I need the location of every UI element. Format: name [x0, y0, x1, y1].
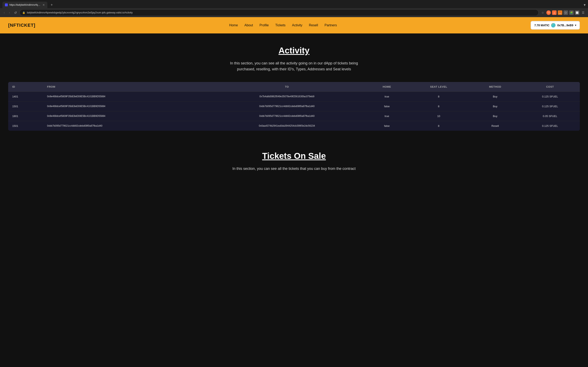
- activity-table: ID FROM TO HOME SEAT LEVEL METHOD COST 1…: [8, 82, 580, 131]
- app-navbar: [NFTICKET] Home About Profile Tickets Ac…: [0, 17, 588, 33]
- extension-icon-2[interactable]: ⬜: [575, 10, 579, 15]
- table-row: 1501 0x9e468dcef5809F35bE8eE69E5Bc4101BB…: [8, 101, 580, 111]
- cell-seat-level: 8: [407, 121, 470, 131]
- tab-bar: https://bafybeifclndlmnvrfqoew... ✕ + ▾: [0, 0, 588, 8]
- browser-chrome: https://bafybeifclndlmnvrfqoew... ✕ + ▾ …: [0, 0, 588, 17]
- nav-profile[interactable]: Profile: [259, 24, 269, 27]
- main-content: Activity In this section, you can see al…: [0, 33, 588, 184]
- cell-seat-level: 8: [407, 92, 470, 101]
- wallet-address: 0x7B...9eB9: [557, 24, 573, 27]
- cell-cost: 0.125 SFUEL: [520, 92, 580, 101]
- cell-to: 0xbb7b095d779621cc4db92cdebd08f0a87fba1d…: [208, 101, 366, 111]
- address-bar[interactable]: 🔒 bafybeifclndlmnvrfqoewlxbgwdp2ybcxvvml…: [20, 9, 539, 16]
- cell-from: 0xbb7b095d779621cc4db92cdebd08f0a87fba1d…: [43, 121, 207, 131]
- col-seat-level: SEAT LEVEL: [407, 82, 470, 92]
- nav-resell[interactable]: Resell: [309, 24, 318, 27]
- cell-id: 1401: [8, 92, 43, 101]
- cell-method: Resell: [470, 121, 520, 131]
- metamask-icon[interactable]: 🦊: [558, 10, 562, 15]
- cell-to: 0xbb7b095d779621cc4db92cdebd08f0a87fba1d…: [208, 111, 366, 121]
- activity-section: Activity In this section, you can see al…: [8, 46, 580, 131]
- tickets-on-sale-section: Tickets On Sale In this section, you can…: [8, 147, 580, 172]
- col-method: METHOD: [470, 82, 520, 92]
- tickets-description: In this section, you can see all the tic…: [223, 166, 365, 172]
- table-row: 1501 0xbb7b095d779621cc4db92cdebd08f0a87…: [8, 121, 580, 131]
- col-to: TO: [208, 82, 366, 92]
- table-row: 1401 0x9e468dcef5809F35bE8eE69E5Bc4101BB…: [8, 92, 580, 101]
- new-tab-button[interactable]: +: [49, 2, 54, 8]
- tab-favicon: [5, 3, 8, 6]
- cell-seat-level: 10: [407, 111, 470, 121]
- tickets-title: Tickets On Sale: [8, 151, 580, 161]
- cell-to: 0x0aa4374b2941ea5da3944254cb399f3e2dc562…: [208, 121, 366, 131]
- activity-title: Activity: [8, 46, 580, 55]
- browser-toolbar: ‹ › ↺ 🔒 bafybeifclndlmnvrfqoewlxbgwdp2yb…: [0, 8, 588, 17]
- app-logo: [NFTICKET]: [8, 23, 35, 28]
- tab-list-button[interactable]: ▾: [584, 3, 586, 7]
- refresh-button[interactable]: ↺: [13, 10, 18, 16]
- cell-from: 0x9e468dcef5809F35bE8eE69E5Bc4101BB9D558…: [43, 92, 207, 101]
- nav-activity[interactable]: Activity: [292, 24, 302, 27]
- cell-from: 0x9e468dcef5809F35bE8eE69E5Bc4101BB9D558…: [43, 111, 207, 121]
- cell-id: 1801: [8, 111, 43, 121]
- wallet-chevron-icon: ▾: [575, 24, 576, 27]
- wallet-avatar: [551, 23, 555, 27]
- table-header: ID FROM TO HOME SEAT LEVEL METHOD COST: [8, 82, 580, 92]
- toolbar-right: ☆ 🛡 △ 🦊 ⬡ 🧩 ⬜ ☰: [540, 10, 586, 15]
- cell-id: 1501: [8, 121, 43, 131]
- cell-id: 1501: [8, 101, 43, 111]
- nav-partners[interactable]: Partners: [324, 24, 337, 27]
- brave-rewards-icon[interactable]: △: [552, 10, 557, 15]
- cell-home: false: [366, 101, 407, 111]
- nav-links: Home About Profile Tickets Activity Rese…: [229, 24, 337, 27]
- cell-method: Buy: [470, 111, 520, 121]
- cell-cost: 0.125 SFUEL: [520, 121, 580, 131]
- cell-to: 0x7b4a8d0862f049e35078e49f2561630fac079e…: [208, 92, 366, 101]
- cell-cost: 0.125 SFUEL: [520, 101, 580, 111]
- puzzle-icon[interactable]: 🧩: [569, 10, 574, 15]
- nav-tickets[interactable]: Tickets: [275, 24, 285, 27]
- cell-seat-level: 8: [407, 101, 470, 111]
- tab-title: https://bafybeifclndlmnvrfqoew...: [9, 3, 41, 6]
- table-row: 1801 0x9e468dcef5809F35bE8eE69E5Bc4101BB…: [8, 111, 580, 121]
- cell-method: Buy: [470, 92, 520, 101]
- nav-home[interactable]: Home: [229, 24, 238, 27]
- cell-cost: 0.05 SFUEL: [520, 111, 580, 121]
- back-button[interactable]: ‹: [2, 10, 6, 15]
- col-id: ID: [8, 82, 43, 92]
- cell-home: true: [366, 111, 407, 121]
- col-cost: COST: [520, 82, 580, 92]
- tab-close-button[interactable]: ✕: [43, 3, 45, 7]
- menu-icon[interactable]: ☰: [581, 10, 586, 15]
- brave-shield-icon[interactable]: 🛡: [546, 10, 551, 15]
- wallet-balance: 7.78 MATIC: [534, 24, 549, 27]
- cell-method: Buy: [470, 101, 520, 111]
- col-home: HOME: [366, 82, 407, 92]
- lock-icon: 🔒: [22, 11, 25, 14]
- cell-from: 0x9e468dcef5809F35bE8eE69E5Bc4101BB9D558…: [43, 101, 207, 111]
- cell-home: true: [366, 92, 407, 101]
- wallet-button[interactable]: 7.78 MATIC 0x7B...9eB9 ▾: [531, 21, 580, 30]
- activity-description: In this section, you can see all the act…: [223, 60, 365, 72]
- extension-icon-1[interactable]: ⬡: [563, 10, 568, 15]
- col-from: FROM: [43, 82, 207, 92]
- active-tab[interactable]: https://bafybeifclndlmnvrfqoew... ✕: [2, 2, 47, 8]
- forward-button[interactable]: ›: [8, 10, 11, 15]
- nav-about[interactable]: About: [244, 24, 253, 27]
- address-text: bafybeifclndlmnvrfqoewlxbgwdp2ybcxvvmlg2…: [27, 11, 536, 14]
- cell-home: false: [366, 121, 407, 131]
- table-body: 1401 0x9e468dcef5809F35bE8eE69E5Bc4101BB…: [8, 92, 580, 131]
- bookmark-icon[interactable]: ☆: [540, 10, 545, 15]
